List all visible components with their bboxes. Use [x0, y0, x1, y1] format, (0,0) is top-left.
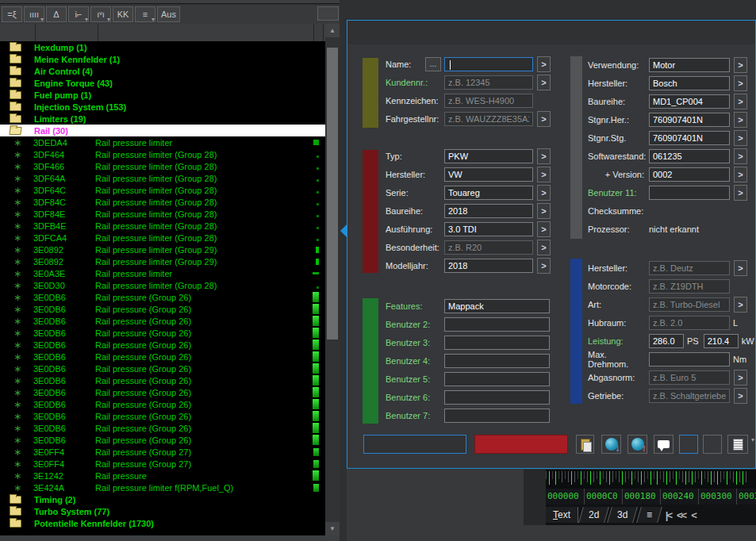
text-field[interactable]	[649, 334, 684, 348]
splitter-collapse-icon[interactable]	[340, 224, 347, 237]
tree-map-row[interactable]: ∗3E0DB6Rail pressure (Group 26)	[0, 422, 325, 434]
tree-map-row[interactable]: ∗3DF64CRail pressure limiter (Group 28)	[0, 184, 325, 196]
expand-arrow-button[interactable]: >	[734, 75, 747, 91]
text-field[interactable]	[704, 334, 739, 348]
collapse-dialog-button[interactable]	[679, 435, 698, 454]
paste-button[interactable]	[576, 435, 594, 454]
column-bezeichnung[interactable]	[98, 24, 314, 41]
view-tab-2d[interactable]: 2d	[578, 507, 609, 523]
upload-vehicle-data-button[interactable]: ↑	[627, 435, 647, 454]
expand-arrow-button[interactable]: >	[734, 148, 747, 164]
tree-map-row[interactable]: ∗3E1242Rail pressure	[0, 470, 325, 482]
scrollbar-thumb[interactable]	[327, 48, 338, 340]
text-field[interactable]	[444, 112, 533, 126]
notes-button[interactable]: ▾	[727, 435, 748, 454]
tree-horizontal-scrollbar[interactable]	[0, 535, 347, 541]
tree-map-row[interactable]: ∗3E0DB6Rail pressure (Group 26)	[0, 374, 325, 386]
column-adresse[interactable]	[36, 24, 98, 41]
tree-map-row[interactable]: ∗3DFCA4Rail pressure limiter (Group 28)	[0, 232, 325, 244]
text-field[interactable]	[444, 336, 550, 350]
text-field[interactable]	[444, 317, 550, 332]
text-field[interactable]	[444, 57, 533, 71]
expand-arrow-button[interactable]: >	[734, 260, 747, 276]
scroll-up-button[interactable]: ▲	[325, 24, 340, 37]
tree-map-row[interactable]: ∗3E0DB6Rail pressure (Group 26)	[0, 434, 325, 446]
comment-button[interactable]	[654, 435, 673, 454]
expand-arrow-button[interactable]: >	[537, 148, 551, 164]
flag-button[interactable]: ıᵛı▾	[90, 6, 111, 22]
text-field[interactable]	[649, 297, 730, 312]
view-tab-3d[interactable]: 3d	[608, 507, 639, 523]
tree-map-row[interactable]: ∗3E0FF4Rail pressure (Group 27)	[0, 446, 325, 458]
expand-arrow-button[interactable]: >	[537, 258, 551, 274]
view-tab-text[interactable]: Text	[546, 507, 578, 523]
tree-folder-row[interactable]: Limiters (19)	[0, 113, 325, 125]
tree-map-row[interactable]: ∗3DF84ERail pressure limiter (Group 28)	[0, 208, 325, 220]
expand-arrow-button[interactable]: >	[537, 185, 551, 201]
tree-map-row[interactable]: ∗3DEDA4Rail pressure limiter	[0, 136, 325, 148]
column-markierung[interactable]	[0, 24, 36, 41]
tree-map-row[interactable]: ∗3DF64ARail pressure limiter (Group 28)	[0, 172, 325, 184]
tree-map-row[interactable]: ∗3E0A3ERail pressure limiter	[0, 267, 325, 279]
toolbar-overflow-dropdown-button[interactable]	[317, 6, 339, 21]
text-field[interactable]	[444, 354, 550, 368]
expand-arrow-button[interactable]: >	[734, 57, 747, 73]
column-clipped[interactable]	[314, 24, 324, 41]
ok-button[interactable]	[363, 435, 466, 454]
view-tab-≡[interactable]: ≡	[636, 507, 662, 523]
tree-map-row[interactable]: ∗3E0DB6Rail pressure (Group 26)	[0, 398, 325, 410]
delta-button[interactable]: Δ	[46, 6, 67, 22]
tree-map-row[interactable]: ∗3E0DB6Rail pressure (Group 26)	[0, 410, 325, 422]
text-field[interactable]	[649, 370, 730, 385]
download-vehicle-data-button[interactable]: ↓	[601, 435, 621, 454]
text-field[interactable]	[444, 259, 533, 273]
expand-arrow-button[interactable]: >	[734, 185, 747, 201]
expand-arrow-button[interactable]: >	[537, 167, 551, 182]
text-field[interactable]	[444, 149, 533, 163]
text-field[interactable]	[444, 222, 533, 236]
text-field[interactable]	[444, 409, 550, 423]
tree-map-row[interactable]: ∗3E0DB6Rail pressure (Group 26)	[0, 315, 325, 327]
tree-map-row[interactable]: ∗3E0DB6Rail pressure (Group 26)	[0, 363, 325, 374]
tree-map-row[interactable]: ∗3E0DB6Rail pressure (Group 26)	[0, 327, 325, 339]
tree-folder-row[interactable]: Potentielle Kennfelder (1730)	[0, 517, 325, 529]
tree-map-row[interactable]: ∗3E0FF4Rail pressure (Group 27)	[0, 458, 325, 470]
text-field[interactable]	[444, 390, 550, 405]
expand-arrow-button[interactable]: >	[734, 388, 747, 404]
text-field[interactable]	[649, 113, 730, 127]
expand-arrow-button[interactable]: >	[734, 370, 747, 386]
tree-map-row[interactable]: ∗3E0DB6Rail pressure (Group 26)	[0, 303, 325, 315]
nav-prev-page-button[interactable]: <<	[677, 509, 685, 521]
tree-map-row[interactable]: ∗3E0DB6Rail pressure (Group 26)	[0, 339, 325, 351]
text-field[interactable]	[444, 75, 533, 90]
text-field[interactable]	[649, 76, 730, 90]
tree-map-row[interactable]: ∗3E0892Rail pressure limiter (Group 29)	[0, 255, 325, 267]
tree-map-row[interactable]: ∗3E0892Rail pressure limiter (Group 29)	[0, 244, 325, 255]
expand-arrow-button[interactable]: >	[537, 240, 551, 255]
tree-vertical-scrollbar[interactable]: ▲ ▼	[325, 24, 340, 535]
expand-arrow-button[interactable]: >	[537, 221, 551, 237]
text-field[interactable]	[649, 389, 730, 403]
text-field[interactable]	[444, 167, 533, 182]
text-field[interactable]	[649, 316, 730, 330]
text-field[interactable]	[444, 299, 550, 313]
tree-folder-row[interactable]: Meine Kennfelder (1)	[0, 53, 325, 65]
tree-folder-row[interactable]: Fuel pump (1)	[0, 89, 325, 101]
text-field[interactable]	[649, 167, 730, 182]
tree-folder-row[interactable]: Rail (30)	[0, 125, 325, 136]
text-field[interactable]	[444, 204, 533, 218]
tree-folder-row[interactable]: Turbo System (77)	[0, 505, 325, 517]
expand-arrow-button[interactable]: >	[537, 75, 551, 90]
tree-map-row[interactable]: ∗3E0DB6Rail pressure (Group 26)	[0, 351, 325, 363]
expand-arrow-button[interactable]: >	[537, 203, 551, 219]
rows-button[interactable]: ≡▾	[135, 6, 155, 22]
text-field[interactable]	[649, 94, 730, 109]
expand-arrow-button[interactable]: >	[734, 112, 747, 128]
aus-button[interactable]: Aus	[157, 6, 180, 22]
tree-map-row[interactable]: ∗3DF464Rail pressure limiter (Group 28)	[0, 148, 325, 160]
hex-overview-ruler[interactable]	[546, 470, 756, 489]
expand-arrow-button[interactable]: >	[537, 111, 551, 127]
text-field[interactable]	[649, 279, 730, 294]
expand-arrow-button[interactable]: >	[734, 130, 747, 146]
text-field[interactable]	[444, 240, 533, 255]
